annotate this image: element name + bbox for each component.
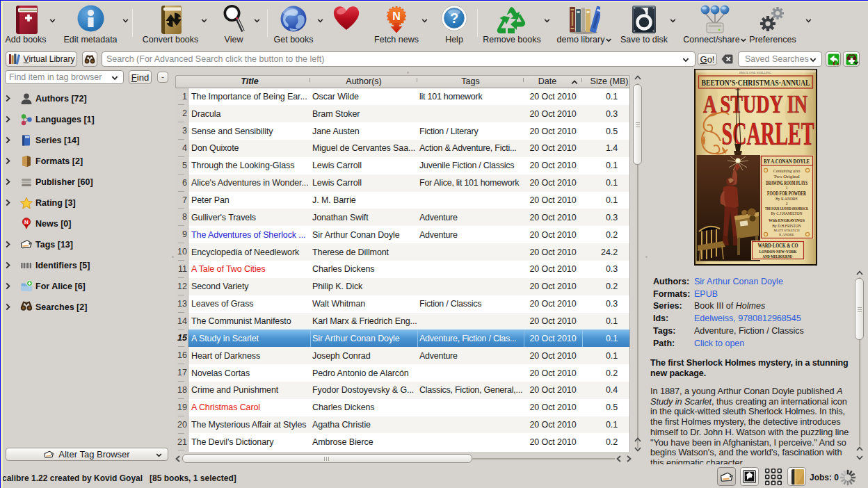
svg-text:N: N: [24, 219, 29, 225]
svg-text:By R.ANDRE: By R.ANDRE: [775, 197, 798, 201]
svg-text:MATT STRETCH: MATT STRETCH: [774, 229, 800, 232]
svg-text:N: N: [392, 10, 401, 22]
svg-text:R.ANDRE: R.ANDRE: [779, 233, 794, 236]
svg-text:BEETON’S·CHRISTMAS·ANNUAL: BEETON’S·CHRISTMAS·ANNUAL: [702, 78, 810, 88]
svg-text:LONDON·NEW·YORK: LONDON·NEW·YORK: [760, 249, 797, 254]
svg-text:By C.J.HAMILTON: By C.J.HAMILTON: [771, 211, 802, 215]
svg-text:BY A.CONAN DOYLE: BY A.CONAN DOYLE: [764, 158, 810, 165]
svg-text:With ENGRAVINGS: With ENGRAVINGS: [769, 218, 805, 223]
svg-text:Containing also: Containing also: [773, 169, 801, 173]
svg-text:?: ?: [450, 10, 458, 26]
svg-text:AND·MELBOURNE·: AND·MELBOURNE·: [763, 254, 794, 259]
svg-text:WARD·LOCK & CO: WARD·LOCK & CO: [758, 243, 798, 249]
svg-text:2: 2: [786, 202, 788, 206]
svg-text:FOOD FOR POWDER: FOOD FOR POWDER: [767, 190, 806, 197]
svg-text:THE FOUR LEAVED SHAMROCK: THE FOUR LEAVED SHAMROCK: [765, 206, 808, 211]
svg-text:By D.H.FRISTON: By D.H.FRISTON: [772, 224, 801, 228]
svg-text:1: 1: [786, 186, 788, 190]
svg-text:Two Original: Two Original: [773, 174, 799, 179]
